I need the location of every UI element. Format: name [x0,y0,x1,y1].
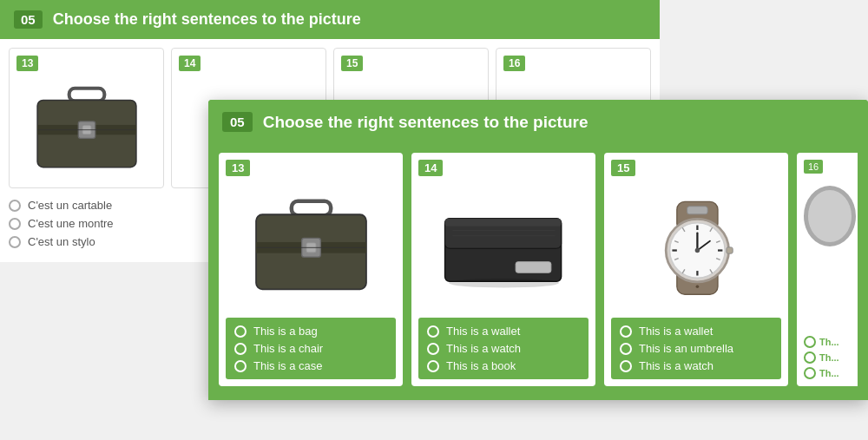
fg-content: 13 This is a bag [208,144,868,400]
fg-header-num: 05 [222,112,253,132]
fg-header: 05 Choose the right sentences to the pic… [208,100,868,144]
bg-card-13-num: 13 [16,56,38,71]
bg-card-13: 13 [9,48,164,188]
fg-option-14-1-label: This is a wallet [446,325,520,338]
fg-card-13: 13 This is a bag [219,153,403,386]
svg-rect-24 [687,206,707,213]
fg-option-13-2-label: This is a chair [253,342,323,355]
fg-card-15-options: This is a wallet This is an umbrella Thi… [611,318,781,379]
bg-radio-3[interactable] [9,236,21,248]
watch-icon [634,190,760,303]
bg-option-3-label: C'est un stylo [28,235,95,248]
svg-rect-16 [516,262,551,273]
fg-radio-14-1[interactable] [427,325,439,338]
svg-rect-42 [726,246,732,253]
briefcase-icon [30,81,143,176]
fg-radio-16-2[interactable] [804,351,816,364]
fg-option-16-2-label: Th... [819,352,839,363]
fg-card-13-num: 13 [226,160,250,176]
fg-card-16-img [804,186,856,246]
fg-briefcase-icon [248,192,374,300]
svg-point-19 [449,279,559,288]
fg-card-15-num: 15 [611,160,635,176]
fg-option-15-2[interactable]: This is an umbrella [620,342,773,355]
fg-card-14-img [418,183,589,309]
fg-option-15-1-label: This is a wallet [639,325,713,338]
fg-option-14-2-label: This is a watch [446,342,521,355]
fg-card-14: 14 [411,153,595,386]
wallet-icon [441,196,567,296]
fg-card-16-num: 16 [804,160,823,174]
fg-radio-15-3[interactable] [620,360,632,372]
bg-option-1-label: C'est un cartable [28,199,112,212]
fg-card-14-options: This is a wallet This is a watch This is… [418,318,589,379]
fg-card-13-img [226,183,396,309]
fg-option-16-2[interactable]: Th... [804,351,839,364]
bg-card-15-num: 15 [341,56,363,71]
bg-header-title: Choose the right sentences to the pictur… [53,10,361,29]
svg-point-41 [694,247,699,252]
svg-rect-6 [291,201,330,215]
fg-radio-16-1[interactable] [804,336,816,348]
fg-option-13-2[interactable]: This is a chair [234,342,387,355]
fg-option-15-3[interactable]: This is a watch [620,359,773,372]
fg-option-14-1[interactable]: This is a wallet [427,325,580,338]
fg-option-14-3-label: This is a book [446,359,516,372]
fg-card-15-img [611,183,781,309]
fg-option-13-1-label: This is a bag [253,325,318,338]
bg-card-14-num: 14 [179,56,201,71]
svg-rect-0 [69,89,104,102]
fg-option-16-3[interactable]: Th... [804,367,839,379]
bg-card-13-img [22,76,152,181]
fg-radio-14-3[interactable] [427,360,439,372]
fg-radio-16-3[interactable] [804,367,816,379]
fg-option-16-1[interactable]: Th... [804,336,839,348]
fg-radio-13-3[interactable] [234,360,247,372]
fg-radio-15-2[interactable] [620,343,632,355]
fg-header-title: Choose the right sentences to the pictur… [263,113,589,132]
bg-header-num: 05 [14,10,43,29]
fg-card-13-options: This is a bag This is a chair This is a … [226,318,396,379]
svg-point-22 [695,285,699,288]
fg-radio-14-2[interactable] [427,343,439,355]
fg-option-14-2[interactable]: This is a watch [427,342,580,355]
bg-radio-2[interactable] [9,218,21,230]
bg-header: 05 Choose the right sentences to the pic… [0,0,660,39]
fg-card-16: 16 Th... Th... Th... [797,153,858,386]
fg-card-16-options-partial: Th... Th... Th... [804,336,839,379]
fg-cards-row: 13 This is a bag [219,153,858,386]
foreground-panel: 05 Choose the right sentences to the pic… [208,100,868,400]
fg-option-13-3[interactable]: This is a case [234,359,387,372]
fg-option-15-1[interactable]: This is a wallet [620,325,773,338]
fg-radio-13-1[interactable] [234,325,247,338]
svg-rect-15 [444,219,561,227]
fg-radio-15-1[interactable] [620,325,632,338]
fg-card-14-num: 14 [418,160,443,176]
fg-option-15-2-label: This is an umbrella [639,342,733,355]
fg-option-13-3-label: This is a case [253,359,322,372]
fg-option-16-3-label: Th... [819,368,839,378]
bg-radio-1[interactable] [9,200,21,212]
fg-radio-13-2[interactable] [234,343,247,355]
bg-card-16-num: 16 [503,56,525,71]
bg-option-2-label: C'est une montre [28,217,114,230]
fg-option-15-3-label: This is a watch [639,359,713,372]
fg-option-16-1-label: Th... [819,337,839,347]
fg-card-15: 15 [604,153,788,386]
fg-option-13-1[interactable]: This is a bag [234,325,387,338]
fg-option-14-3[interactable]: This is a book [427,359,580,372]
